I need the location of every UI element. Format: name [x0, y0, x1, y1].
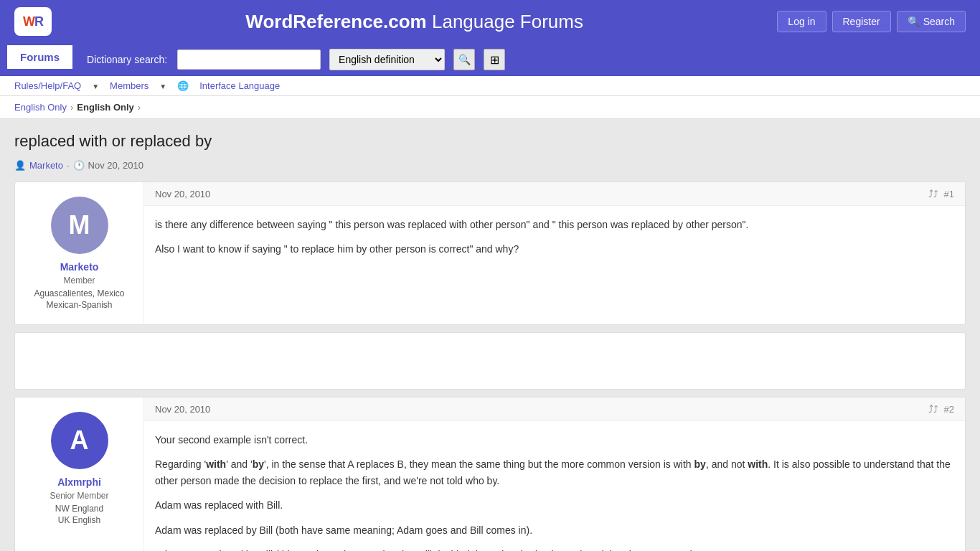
post-1-main: Nov 20, 2010 ⤴ #1 is there any differenc… — [144, 182, 965, 324]
bold-by2: by — [694, 458, 706, 470]
post-2-sidebar: A Alxmrphi Senior Member NW England UK E… — [15, 397, 144, 551]
post-2-location: NW England — [55, 504, 103, 514]
main-content: replaced with or replaced by Marketo · N… — [0, 119, 980, 551]
thread-meta: Marketo · Nov 20, 2010 — [14, 160, 966, 171]
breadcrumb-arrow-1: › — [70, 102, 73, 113]
post-1-para-1: is there any difference between saying "… — [155, 217, 954, 232]
post-1-body: is there any difference between saying "… — [144, 206, 965, 268]
site-title: WordReference.com Language Forums — [52, 11, 777, 33]
login-button[interactable]: Log in — [777, 11, 826, 32]
breadcrumb-arrow-2: › — [138, 102, 141, 113]
post-1-location: Aguascalientes, Mexico — [34, 288, 124, 298]
bold-by: by — [253, 458, 264, 470]
dict-search-label: Dictionary search: — [87, 54, 167, 65]
author-icon — [14, 160, 26, 171]
post-2-body: Your second example isn't correct. Regar… — [144, 421, 965, 551]
dict-extra-icon: ⊞ — [490, 53, 499, 67]
post-1: M Marketo Member Aguascalientes, Mexico … — [14, 182, 966, 325]
post-2-para-2: Regarding 'with' and 'by', in the sense … — [155, 456, 954, 489]
breadcrumb: English Only › English Only › — [0, 96, 980, 119]
thread-author-link[interactable]: Marketo — [29, 160, 63, 171]
post-1-date: Nov 20, 2010 — [155, 189, 210, 199]
post-1-controls: ⤴ #1 — [928, 188, 954, 199]
rules-link[interactable]: Rules/Help/FAQ — [14, 80, 81, 91]
post-2-para-3: Adam was replaced with Bill. — [155, 497, 954, 513]
members-dropdown-icon[interactable] — [159, 80, 166, 91]
post-1-num: #1 — [944, 189, 954, 199]
post-2-controls: ⤴ #2 — [928, 403, 954, 415]
search-icon — [908, 16, 920, 27]
interface-lang-link[interactable]: Interface Language — [199, 80, 280, 91]
dict-search-icon — [458, 54, 471, 65]
post-2-main: Nov 20, 2010 ⤴ #2 Your second example is… — [144, 397, 965, 551]
thread-date: Nov 20, 2010 — [88, 160, 143, 171]
members-link[interactable]: Members — [110, 80, 149, 91]
post-1-header: Nov 20, 2010 ⤴ #1 — [144, 182, 965, 206]
post-2-header: Nov 20, 2010 ⤴ #2 — [144, 397, 965, 421]
site-header: WR WordReference.com Language Forums Log… — [0, 0, 980, 43]
register-button[interactable]: Register — [832, 11, 891, 32]
logo-area: WR — [14, 7, 52, 36]
secondary-nav: Rules/Help/FAQ Members 🌐 Interface Langu… — [0, 76, 980, 96]
post-1-sidebar: M Marketo Member Aguascalientes, Mexico … — [15, 182, 144, 324]
clock-icon — [73, 160, 85, 171]
post-1-username[interactable]: Marketo — [60, 261, 99, 273]
forums-tab[interactable]: Forums — [7, 45, 72, 69]
dict-search-extra-button[interactable]: ⊞ — [484, 49, 505, 70]
dictionary-search-row: Dictionary search: English definitionEng… — [87, 49, 505, 70]
breadcrumb-current: English Only — [77, 102, 133, 113]
post-2-avatar: A — [51, 412, 108, 469]
globe-icon: 🌐 — [177, 80, 189, 91]
post-2-language: UK English — [58, 515, 100, 525]
site-logo[interactable]: WR — [14, 7, 52, 36]
post-2-role: Senior Member — [50, 491, 108, 501]
post-2-num: #2 — [944, 404, 954, 415]
dict-search-button[interactable] — [453, 49, 475, 70]
post-2-username[interactable]: Alxmrphi — [57, 476, 101, 488]
post-2: A Alxmrphi Senior Member NW England UK E… — [14, 397, 966, 551]
advertisement — [14, 332, 966, 390]
post-2-date: Nov 20, 2010 — [155, 404, 210, 415]
search-header-button[interactable]: Search — [897, 11, 966, 32]
post-2-para-1: Your second example isn't correct. — [155, 432, 954, 448]
post-1-share-icon[interactable]: ⤴ — [928, 188, 938, 199]
post-1-role: Member — [63, 276, 95, 286]
bold-with: with — [206, 458, 226, 470]
thread-title: replaced with or replaced by — [14, 126, 966, 156]
breadcrumb-link-1[interactable]: English Only — [14, 102, 67, 113]
dict-lang-select[interactable]: English definitionEnglish-SpanishEnglish… — [329, 49, 445, 70]
post-2-para-5: Adam was replaced by Bill (this can have… — [155, 547, 954, 551]
header-actions: Log in Register Search — [777, 11, 966, 32]
post-1-language: Mexican-Spanish — [46, 300, 112, 310]
bold-with2: with — [748, 458, 768, 470]
rules-dropdown-icon[interactable] — [92, 80, 99, 91]
post-1-avatar: M — [51, 197, 108, 254]
post-2-share-icon[interactable]: ⤴ — [928, 403, 938, 415]
dict-search-input[interactable] — [177, 50, 321, 70]
post-2-para-4: Adam was replaced by Bill (both have sam… — [155, 522, 954, 538]
post-1-para-2: Also I want to know if saying " to repla… — [155, 241, 954, 257]
